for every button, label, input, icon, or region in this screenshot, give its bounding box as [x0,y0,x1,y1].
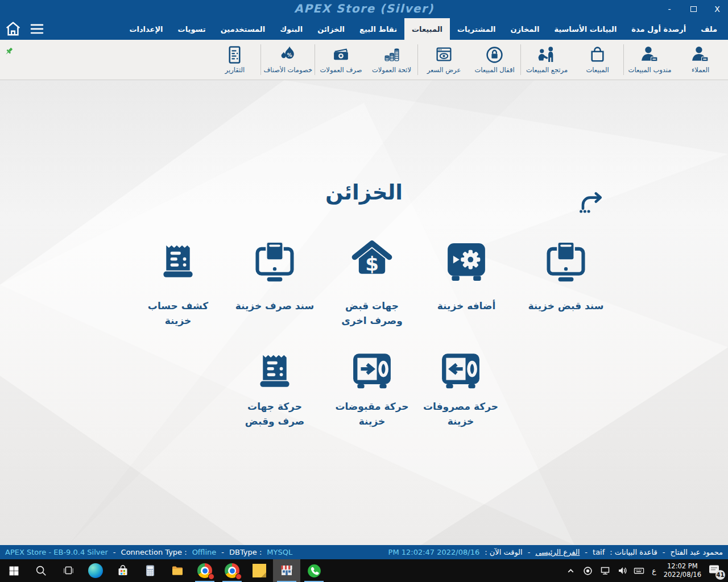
sales-closing-lock-icon [485,45,504,64]
taskbar-app-calculator[interactable] [136,559,164,582]
toolbar-button-price-quote[interactable]: عرض السعر [419,44,469,75]
status-left-6: MYSQL [267,548,292,556]
status-left-4: - [221,548,224,556]
chrome-icon [225,563,239,578]
notification-center-button[interactable]: 41 [708,563,722,578]
pin-icon[interactable] [4,47,14,56]
tile-other-receipt-payment-parties[interactable]: جهات قبض وصرف اخرى [324,240,420,328]
toolbar-button-sales-bag[interactable]: المبيعات [572,44,623,75]
sales-return-icon [537,45,556,64]
commissions-payment-icon [332,45,350,64]
toolbar-button-customers[interactable]: العملاء [675,44,726,75]
keyboard-icon[interactable] [634,566,644,576]
toolbar-button-label: المبيعات [586,66,609,74]
menu-item-10[interactable]: تسويات [171,18,213,40]
tile-label: سند صرف خزينة [235,299,315,314]
status-left-2: Connection Type : [121,548,187,556]
volume-icon[interactable] [617,566,627,576]
file-explorer-icon [171,564,184,577]
status-left-3: Offline [192,548,217,556]
taskbar-app-chrome[interactable] [218,559,246,582]
taskbar-app-microsoft-store[interactable] [109,559,136,582]
sales-bag-icon [588,45,607,64]
toolbar-button-label: اقفال المبيعات [474,66,514,74]
toolbar-separator [417,44,418,75]
toolbar-separator [260,44,261,75]
menu-item-7[interactable]: الخزائن [310,18,352,40]
status-left-5: DBType : [229,548,262,556]
treasury-statement-icon [156,240,200,284]
tile-treasury-expenses-movement[interactable]: حركة مصروفات خزينة [412,350,509,429]
status-right-5-link[interactable]: الفرع الرئيسى [535,548,580,556]
language-indicator[interactable]: ع [651,567,657,575]
taskbar-app-whatsapp[interactable] [300,559,328,582]
tile-treasury-payment-voucher[interactable]: سند صرف خزينة [226,240,323,314]
taskbar-app-file-explorer[interactable] [164,559,191,582]
tile-treasury-receipt-voucher[interactable]: سند قبض خزينة [518,240,614,314]
menu-item-3[interactable]: المخازن [503,18,547,40]
menu-item-2[interactable]: البيانات الأساسية [547,18,624,40]
minimize-button[interactable]: - [664,5,675,14]
tile-label: حركة مصروفات خزينة [420,400,501,429]
treasury-expenses-movement-icon [439,350,483,394]
taskbar-app-apex-store[interactable] [273,559,300,582]
toolbar-button-item-discounts[interactable]: خصومات الأصناف [262,44,314,75]
taskbar-app-chrome[interactable] [191,559,218,582]
menu-item-9[interactable]: المستخدمين [213,18,273,40]
other-receipt-payment-parties-icon [350,240,394,284]
commissions-list-icon [382,45,401,64]
taskbar-app-windows-start[interactable] [0,559,27,582]
taskbar-app-sticky-notes[interactable] [246,559,273,582]
status-right-8: PM 12:02:47 2022/08/16 [388,548,480,556]
taskbar-date: 2022/08/16 [664,571,701,579]
price-quote-icon [435,45,453,64]
toolbar-button-label: مرتجع المبيعات [526,66,568,74]
application-window: APEX Store (Silver) - X ملفأرصدة أول مدة… [0,0,728,582]
maximize-button[interactable] [688,5,698,14]
tile-treasury-receipts-movement[interactable]: حركة مقبوضات خزينة [324,350,420,429]
menu-item-1[interactable]: أرصدة أول مدة [624,18,693,40]
toolbar-button-label: خصومات الأصناف [263,66,312,74]
toolbar-button-commissions-list[interactable]: لائحة العمولات [366,44,417,75]
hidden-icons-chevron-icon[interactable] [565,566,576,576]
toolbar-button-label: التقارير [225,66,245,74]
toolbar-button-sales-closing-lock[interactable]: اقفال المبيعات [469,44,520,75]
reports-icon [225,45,244,64]
toolbar-button-commissions-payment[interactable]: صرف العمولات [316,44,366,75]
windows-start-icon [8,565,20,577]
taskbar-app-edge[interactable] [82,559,109,582]
close-button[interactable]: X [712,5,722,14]
search-icon [35,564,47,577]
status-right-2: قاعدة البيانات : [610,548,657,556]
menu-item-8[interactable]: البنوك [272,18,310,40]
status-left-0: APEX Store - EB-9.0.4 Silver [5,548,108,556]
taskbar-app-search[interactable] [27,559,55,582]
taskbar-clock[interactable]: 12:02 PM 2022/08/16 [664,562,701,579]
tile-add-treasury[interactable]: أضافه خزينة [418,240,515,314]
status-right-7: الوقت الآن : [485,548,523,556]
status-right-0: محمود عبد الفتاح [670,548,723,556]
notification-count-badge: 41 [715,570,725,580]
menu-item-4[interactable]: المشتريات [450,18,503,40]
customers-icon [691,45,710,64]
meet-now-icon[interactable] [582,566,593,576]
hamburger-menu-icon[interactable] [28,20,46,38]
menu-item-11[interactable]: الإعدادات [122,18,170,40]
menu-item-6[interactable]: نقاط البيع [352,18,404,40]
menu-bar: ملفأرصدة أول مدةالبيانات الأساسيةالمخازن… [0,18,728,40]
toolbar-button-sales-rep[interactable]: مندوب المبيعات [624,44,675,75]
network-icon[interactable] [599,566,610,576]
toolbar-button-sales-return[interactable]: مرتجع المبيعات [522,44,572,75]
window-title: APEX Store (Silver) [0,2,728,15]
menu-item-5-active[interactable]: المبيعات [404,18,450,40]
menu-item-0[interactable]: ملف [693,18,725,40]
title-bar: APEX Store (Silver) - X [0,0,728,18]
home-icon[interactable] [5,20,22,38]
tile-parties-movement[interactable]: حركة جهات صرف وقبض [226,350,323,429]
taskbar-app-task-view[interactable] [55,559,82,582]
tile-treasury-statement[interactable]: كشف حساب خزينة [130,240,226,328]
toolbar-button-label: صرف العمولات [320,66,362,74]
status-right-4: - [585,548,588,556]
toolbar-button-reports[interactable]: التقارير [209,44,260,75]
ribbon-toolbar: العملاءمندوب المبيعاتالمبيعاتمرتجع المبي… [0,40,728,80]
